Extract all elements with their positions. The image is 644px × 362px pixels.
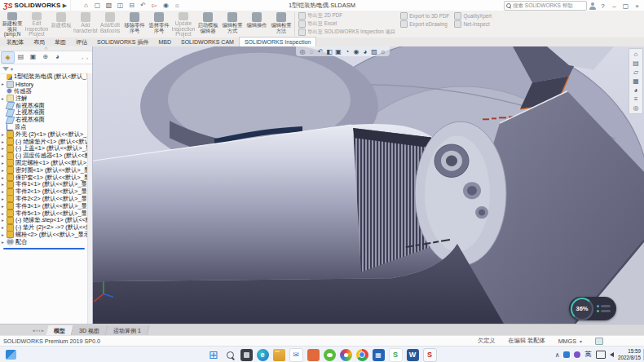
undo-icon[interactable]: ↶ (138, 1, 148, 10)
phone-link-icon[interactable] (596, 351, 606, 359)
apply-scene-icon[interactable]: ▨ (370, 48, 378, 55)
ribbon-button[interactable]: 启动模板编辑器 (196, 11, 220, 38)
taskbar-app-icon[interactable]: e (257, 349, 269, 361)
section-view-icon[interactable]: ◧ (325, 48, 333, 55)
export-button[interactable]: 导出至 SOLIDWORKS Inspection 项目 (298, 29, 395, 36)
volume-icon[interactable] (610, 352, 614, 357)
ribbon-button[interactable]: 选择零件序号 (147, 11, 171, 38)
document-tab[interactable]: 模型 (46, 325, 73, 336)
login-user-icon[interactable] (589, 2, 596, 10)
taskbar-app-icon[interactable]: ✉ (289, 348, 303, 362)
ribbon-tab[interactable]: 草图 (50, 38, 71, 46)
taskbar-app-icon[interactable]: W (407, 349, 419, 361)
export-button[interactable]: Export eDrawing (400, 20, 449, 28)
ribbon-button[interactable]: 编辑操作 (245, 11, 269, 38)
new-file-icon[interactable]: ▢ (92, 1, 103, 10)
featuremanager-tree-tab[interactable]: ◈ (1, 51, 15, 64)
taskbar-app-icon[interactable] (324, 349, 336, 361)
tab-nav-arrow[interactable]: › (38, 328, 40, 333)
design-library-icon[interactable]: ▤ (633, 60, 639, 67)
solidworks-resources-icon[interactable]: ⌂ (634, 51, 638, 58)
rebuild-icon[interactable]: ◉ (161, 1, 171, 10)
custom-properties-icon[interactable]: ≡ (634, 95, 638, 103)
ribbon-tab[interactable]: SOLIDWORKS 插件 (92, 38, 153, 46)
zoom-area-icon[interactable]: ◌ (307, 48, 315, 55)
export-button[interactable]: Net-Inspect (454, 20, 492, 28)
help-search-input[interactable]: 搜索 SOLIDWORKS 帮助 (504, 1, 587, 11)
feature-tree-item[interactable]: ▸ 螺栓<2> (默认<<默认>_显示状态 (0, 232, 88, 239)
home-icon[interactable]: ⌂ (81, 1, 91, 10)
ribbon-button[interactable]: 新建模板 (49, 11, 73, 38)
tab-nav-arrow[interactable]: ‹ (36, 328, 37, 333)
configuration-manager-tab[interactable]: ▣ (27, 51, 39, 62)
taskbar-app-icon[interactable] (356, 349, 368, 361)
ribbon-button[interactable]: Add/Edit Balloons (98, 11, 122, 38)
onedrive-tray-icon[interactable] (563, 351, 570, 358)
display-style-icon[interactable]: ◔ (343, 48, 351, 55)
ribbon-tab[interactable]: SOLIDWORKS CAM (176, 38, 239, 46)
ribbon-button[interactable]: 新建检查项目 (amp;N (0, 11, 24, 38)
options-gear-icon[interactable]: ☼ (172, 1, 183, 10)
hide-show-items-icon[interactable]: ◉ (352, 48, 360, 55)
restore-button[interactable]: ▢ (621, 2, 630, 10)
taskbar-app-icon[interactable] (340, 349, 352, 361)
ribbon-button[interactable]: 编辑检查方法 (269, 11, 293, 38)
assembly-model-canvas[interactable] (92, 46, 644, 324)
select-arrow-icon[interactable]: ▻ (149, 1, 160, 10)
zoom-fit-icon[interactable]: ◎ (298, 48, 307, 55)
unit-caret-icon[interactable]: ▾ (580, 338, 582, 344)
view-settings-icon[interactable]: ☼ (379, 48, 387, 55)
taskbar-app-icon[interactable]: ▦ (373, 349, 385, 361)
edit-appearance-icon[interactable]: ◕ (361, 48, 369, 55)
ribbon-tab[interactable]: 装配体 (2, 38, 29, 46)
appearances-tab[interactable]: ◕ (51, 51, 64, 62)
filter-caret-icon[interactable]: ▾ (11, 66, 13, 72)
export-button[interactable]: QualityXpert (454, 12, 492, 20)
appearances-scenes-icon[interactable]: ◕ (634, 86, 638, 94)
solidworks-logo[interactable]: ƷS SOLIDWORKS ▶ (0, 0, 71, 11)
ribbon-button[interactable]: 移除零件序号 (122, 11, 147, 38)
ribbon-button[interactable]: Edit Inspection Project (24, 11, 49, 38)
document-tab[interactable]: 运动算例 1 (105, 325, 149, 336)
ribbon-button[interactable]: 编辑检查方式 (220, 11, 245, 38)
assembly-model[interactable] (92, 46, 644, 324)
feature-tree-item[interactable]: 1型铠装热电偶 (默认<默认_显示状态-1> (0, 73, 88, 81)
ribbon-button[interactable]: Update Inspection Project (171, 11, 196, 38)
tab-nav-arrow[interactable]: » (41, 328, 43, 333)
taskbar-app-icon[interactable] (273, 349, 285, 361)
open-file-icon[interactable]: ▧ (104, 1, 114, 10)
help-button[interactable]: ? (598, 2, 607, 10)
export-button[interactable]: 导出至 2D PDF (298, 12, 395, 20)
taskbar-app-icon[interactable] (307, 349, 320, 361)
save-icon[interactable]: ◫ (115, 1, 126, 10)
taskbar-app-icon[interactable] (240, 349, 253, 361)
menu-expand-arrow-icon[interactable]: ▶ (63, 2, 67, 9)
rollback-bar[interactable] (3, 248, 85, 249)
forum-icon[interactable]: ◎ (633, 104, 639, 112)
tab-nav-arrow[interactable]: « (33, 328, 35, 333)
taskbar-app-icon[interactable]: S (423, 348, 437, 362)
minimize-button[interactable]: – (610, 2, 619, 10)
dimxpert-manager-tab[interactable]: ⊕ (39, 51, 51, 62)
file-explorer-icon[interactable]: ▱ (633, 68, 638, 76)
ime-language-indicator[interactable]: 英 (584, 350, 592, 360)
ribbon-button[interactable]: Add Characteristic (73, 11, 98, 38)
ribbon-tab[interactable]: 评估 (71, 38, 92, 46)
ribbon-tab[interactable]: MBD (153, 38, 176, 46)
recorder-badge[interactable]: 36% (569, 297, 616, 320)
ribbon-tab[interactable]: SOLIDWORKS Inspection (239, 37, 316, 46)
panel-tab-scroll-arrows[interactable]: ‹ › (82, 55, 92, 60)
filter-funnel-icon[interactable] (2, 67, 9, 71)
export-button[interactable]: 导出至 Excel (298, 20, 395, 28)
feature-tree-item[interactable]: ▸ 配合 (0, 238, 88, 245)
recorder-control[interactable] (601, 310, 611, 312)
close-button[interactable]: × (633, 2, 642, 10)
view-palette-icon[interactable]: ▦ (633, 77, 639, 85)
status-tag-icon[interactable] (595, 338, 603, 345)
print-icon[interactable]: ⊟ (126, 1, 137, 10)
document-tab[interactable]: 3D 视图 (71, 325, 108, 336)
taskbar-app-icon[interactable] (224, 349, 236, 361)
feature-tree-item[interactable]: 传感器 (0, 88, 88, 95)
taskbar-clock[interactable]: 15:59 2022/8/15 (618, 348, 641, 361)
tray-app-icon[interactable] (574, 351, 580, 358)
